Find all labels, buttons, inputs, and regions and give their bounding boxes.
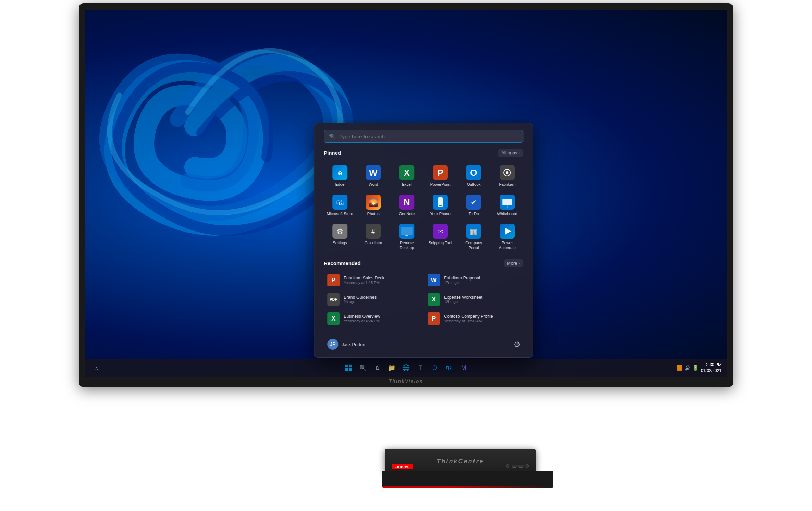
taskbar-store-icon: 🛍 — [446, 364, 452, 372]
windows-icon — [345, 364, 352, 372]
rec-name-expense-worksheet: Expense Worksheet — [444, 295, 482, 300]
taskbar-edge[interactable]: 🌐 — [400, 362, 412, 374]
pinned-app-powerautomate[interactable]: Power Automate — [491, 220, 524, 253]
monitor-screen: 🔍 Type here to search Pinned All apps › … — [85, 10, 727, 377]
pinned-app-edge[interactable]: e Edge — [324, 162, 356, 190]
lenovo-label: Lenovo — [392, 464, 413, 469]
system-tray-expand[interactable]: ∧ — [90, 362, 103, 374]
rec-item-business-overview[interactable]: X Business Overview Yesterday at 4:24 PM — [324, 310, 423, 327]
pinned-app-todo[interactable]: ✔ To Do — [458, 191, 490, 219]
rec-item-expense-worksheet[interactable]: X Expense Worksheet 12h ago — [424, 290, 523, 308]
taskbar-clock[interactable]: 2:30 PM 01/02/2021 — [701, 362, 722, 374]
app-icon-companyportal: 🏢 — [466, 224, 481, 239]
user-bar: JP Jack Purton ⏻ — [324, 333, 523, 352]
rec-info-fabrikam-sales: Fabrikam Sales Deck Yesterday at 1:15 PM — [344, 276, 384, 285]
app-icon-calculator: # — [366, 224, 381, 239]
taskbar-search-button[interactable]: 🔍 — [357, 362, 369, 374]
all-apps-button[interactable]: All apps › — [498, 149, 523, 157]
svg-rect-40 — [345, 365, 348, 367]
rec-info-expense-worksheet: Expense Worksheet 12h ago — [444, 295, 482, 304]
pinned-app-photos[interactable]: 🌄 Photos — [357, 191, 390, 219]
app-label-companyportal: Company Portal — [460, 241, 488, 250]
taskbar-center: 🔍 ⧉ 📁 🌐 T — [342, 362, 470, 374]
taskbar-left: ∧ — [90, 362, 103, 374]
svg-text:✔: ✔ — [471, 199, 477, 206]
pinned-app-powerpoint[interactable]: P PowerPoint — [424, 162, 456, 190]
search-icon: 🔍 — [329, 133, 336, 140]
usb-port-2[interactable] — [518, 465, 523, 468]
pinned-app-snipping[interactable]: ✂ Snipping Tool — [424, 220, 456, 253]
pinned-app-msstore[interactable]: 🛍 Microsoft Store — [324, 191, 356, 219]
rec-name-brand-guidelines: Brand Guidelines — [344, 295, 377, 300]
rec-item-brand-guidelines[interactable]: PDF Brand Guidelines 2h ago — [324, 290, 423, 308]
speaker-icon[interactable]: 🔊 — [685, 365, 690, 371]
taskbar-store[interactable]: 🛍 — [443, 362, 455, 374]
pinned-app-calculator[interactable]: # Calculator — [357, 220, 390, 253]
taskbar-teams2[interactable]: M — [457, 362, 470, 374]
pinned-app-yourphone[interactable]: Your Phone — [424, 191, 456, 219]
start-button[interactable] — [342, 362, 355, 374]
audio-port[interactable] — [525, 464, 529, 468]
rec-icon-brand-guidelines: PDF — [327, 293, 340, 306]
pinned-app-companyportal[interactable]: 🏢 Company Portal — [458, 220, 490, 253]
search-input[interactable]: Type here to search — [339, 134, 518, 139]
user-profile[interactable]: JP Jack Purton — [324, 337, 369, 352]
avatar: JP — [327, 339, 338, 350]
usb-port-1[interactable] — [512, 465, 516, 468]
rec-time-business-overview: Yesterday at 4:24 PM — [344, 319, 380, 323]
pinned-grid: e Edge W Word X Excel P PowerPoint O Out… — [324, 162, 523, 253]
taskbar-teams[interactable]: T — [414, 362, 427, 374]
more-button[interactable]: More › — [504, 259, 523, 267]
rec-icon-fabrikam-proposal: W — [428, 274, 440, 286]
app-label-powerpoint: PowerPoint — [430, 182, 451, 187]
task-view-button[interactable]: ⧉ — [371, 362, 383, 374]
taskbar-explorer[interactable]: 📁 — [385, 362, 398, 374]
app-icon-photos: 🌄 — [366, 195, 381, 210]
power-button[interactable]: ⏻ — [511, 338, 523, 350]
battery-icon[interactable]: 🔋 — [692, 365, 698, 371]
wifi-icon[interactable]: 📶 — [677, 365, 682, 371]
app-label-todo: To Do — [469, 212, 479, 216]
app-label-outlook: Outlook — [467, 182, 481, 187]
svg-text:O: O — [470, 167, 477, 178]
chevron-up-icon: ∧ — [95, 365, 98, 371]
rec-item-contoso-profile[interactable]: P Contoso Company Profile Yesterday at 1… — [424, 310, 523, 327]
svg-rect-21 — [439, 205, 442, 206]
rec-item-fabrikam-sales[interactable]: P Fabrikam Sales Deck Yesterday at 1:15 … — [324, 271, 423, 289]
pinned-app-remotedesktop[interactable]: Remote Desktop — [391, 220, 423, 253]
rec-time-expense-worksheet: 12h ago — [444, 300, 482, 304]
pinned-app-settings[interactable]: ⚙ Settings — [324, 220, 356, 253]
monitor-brand-label: ThinkVision — [389, 378, 423, 384]
svg-rect-33 — [405, 235, 408, 236]
rec-info-contoso-profile: Contoso Company Profile Yesterday at 10:… — [444, 314, 493, 323]
pinned-app-whiteboard[interactable]: Whiteboard — [491, 191, 524, 219]
app-label-yourphone: Your Phone — [430, 212, 451, 216]
pinned-app-word[interactable]: W Word — [357, 162, 390, 190]
svg-rect-42 — [345, 368, 348, 371]
svg-point-12 — [506, 171, 508, 174]
thinkcentre-brand-label: ThinkCentre — [436, 458, 484, 465]
pinned-app-onenote[interactable]: N OneNote — [391, 191, 423, 219]
app-label-remotedesktop: Remote Desktop — [393, 241, 421, 250]
rec-time-fabrikam-sales: Yesterday at 1:15 PM — [344, 281, 384, 285]
app-icon-onenote: N — [399, 195, 414, 210]
taskbar-outlook[interactable]: O — [429, 362, 441, 374]
app-icon-whiteboard — [500, 195, 515, 210]
pinned-app-fabrikam[interactable]: Fabrikam — [491, 162, 524, 190]
rec-item-fabrikam-proposal[interactable]: W Fabrikam Proposal 17m ago — [424, 271, 523, 289]
app-icon-snipping: ✂ — [433, 224, 448, 239]
rec-name-contoso-profile: Contoso Company Profile — [444, 314, 493, 319]
app-label-msstore: Microsoft Store — [327, 212, 353, 216]
rec-name-fabrikam-proposal: Fabrikam Proposal — [444, 276, 480, 281]
search-bar[interactable]: 🔍 Type here to search — [324, 130, 523, 143]
app-icon-msstore: 🛍 — [332, 195, 347, 210]
app-label-calculator: Calculator — [365, 241, 382, 246]
recommended-grid: P Fabrikam Sales Deck Yesterday at 1:15 … — [324, 271, 523, 327]
pinned-app-outlook[interactable]: O Outlook — [458, 162, 490, 190]
app-label-onenote: OneNote — [399, 212, 415, 216]
svg-text:X: X — [404, 167, 410, 178]
recommended-label: Recommended — [324, 260, 361, 266]
svg-text:🏢: 🏢 — [470, 228, 478, 236]
pinned-app-excel[interactable]: X Excel — [391, 162, 423, 190]
app-icon-edge: e — [332, 165, 347, 180]
